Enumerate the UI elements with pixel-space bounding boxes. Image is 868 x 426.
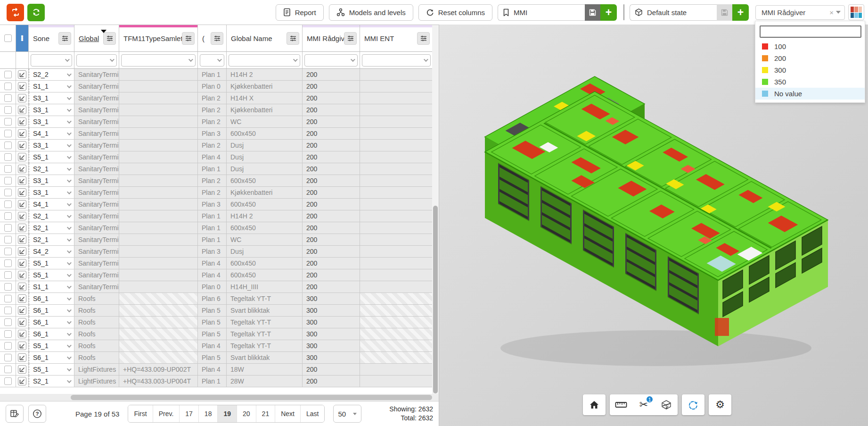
page-button-21[interactable]: 21 [256,405,276,422]
measure-button[interactable] [610,394,632,415]
edit-row-button[interactable] [18,377,26,385]
clip-button[interactable]: ✂ 1 [632,394,655,415]
edit-row-button[interactable] [18,212,26,220]
row-checkbox[interactable] [4,330,12,338]
filter-select[interactable] [76,54,117,67]
sone-dropdown[interactable]: S2_2 [29,69,74,81]
column-filter-button[interactable] [287,32,299,45]
edit-row-button[interactable] [18,259,26,267]
swap-layout-button[interactable] [7,4,24,21]
sone-dropdown[interactable]: S3_1 [29,104,74,116]
edit-row-button[interactable] [18,70,26,79]
row-checkbox[interactable] [4,212,12,220]
filter-select[interactable] [229,54,300,67]
page-button-17[interactable]: 17 [180,405,199,422]
edit-row-button[interactable] [18,117,26,126]
filter-select[interactable] [200,54,224,67]
column-filter-button[interactable] [417,32,430,45]
row-checkbox[interactable] [4,189,12,196]
column-filter-button[interactable] [58,32,71,45]
sone-dropdown[interactable]: S2_1 [29,234,74,246]
row-checkbox[interactable] [4,271,12,279]
sone-dropdown[interactable]: S3_1 [29,187,74,199]
manage-columns-button[interactable] [6,405,24,423]
add-view-button[interactable]: + [600,4,617,21]
row-checkbox[interactable] [4,295,12,302]
row-checkbox[interactable] [4,153,12,161]
row-checkbox[interactable] [4,259,12,267]
page-button-prev[interactable]: Prev. [153,405,180,422]
select-all-checkbox[interactable] [4,34,12,42]
legend-item[interactable]: 350 [755,76,865,88]
page-button-first[interactable]: First [128,405,153,422]
row-checkbox[interactable] [4,118,12,125]
edit-row-button[interactable] [18,306,26,315]
sone-dropdown[interactable]: S6_1 [29,328,74,340]
row-checkbox[interactable] [4,165,12,173]
edit-row-button[interactable] [18,365,26,374]
row-checkbox[interactable] [4,307,12,314]
viewer-settings-button[interactable]: ⚙ [709,394,731,415]
column-filter-button[interactable] [211,32,223,45]
vertical-scrollbar[interactable] [432,25,439,394]
horizontal-scrollbar-thumb[interactable] [71,395,432,400]
models-and-levels-button[interactable]: Models and levels [329,4,413,21]
edit-row-button[interactable] [18,342,26,350]
legend-item[interactable]: No value [755,88,865,100]
legend-search-input[interactable] [760,25,861,38]
color-palette-button[interactable] [848,4,864,20]
page-button-20[interactable]: 20 [237,405,256,422]
edit-row-button[interactable] [18,200,26,209]
sone-dropdown[interactable]: S4_2 [29,246,74,258]
sone-dropdown[interactable]: S2_1 [29,222,74,234]
edit-row-button[interactable] [18,224,26,232]
section-box-button[interactable] [655,394,678,415]
row-checkbox[interactable] [4,71,12,78]
edit-row-button[interactable] [18,141,26,150]
column-filter-button[interactable] [182,32,195,45]
row-checkbox[interactable] [4,200,12,208]
sone-dropdown[interactable]: S4_1 [29,128,74,140]
row-checkbox[interactable] [4,354,12,361]
legend-item[interactable]: 200 [755,52,865,64]
edit-row-button[interactable] [18,165,26,173]
sone-dropdown[interactable]: S4_1 [29,199,74,210]
edit-row-button[interactable] [18,94,26,102]
sone-dropdown[interactable]: S5_1 [29,151,74,163]
sone-dropdown[interactable]: S2_1 [29,376,74,387]
row-checkbox[interactable] [4,130,12,137]
edit-row-button[interactable] [18,283,26,291]
add-state-button[interactable]: + [732,4,749,21]
reset-orientation-button[interactable] [682,394,704,415]
horizontal-scrollbar[interactable] [0,394,439,401]
clear-selection-icon[interactable]: × [827,8,836,17]
vertical-scrollbar-thumb[interactable] [433,206,438,393]
column-filter-button[interactable] [103,32,116,45]
refresh-button[interactable] [27,4,45,21]
sone-dropdown[interactable]: S6_1 [29,352,74,364]
edit-row-button[interactable] [18,247,26,256]
home-view-button[interactable] [583,394,606,415]
page-size-select[interactable]: 50 [333,405,361,423]
row-checkbox[interactable] [4,94,12,102]
legend-item[interactable]: 100 [755,41,865,52]
sone-dropdown[interactable]: S2_1 [29,210,74,222]
row-checkbox[interactable] [4,106,12,114]
row-checkbox[interactable] [4,318,12,326]
page-button-18[interactable]: 18 [199,405,218,422]
edit-row-button[interactable] [18,235,26,244]
sone-dropdown[interactable]: S1_1 [29,281,74,293]
sone-dropdown[interactable]: S1_1 [29,81,74,92]
filter-select[interactable] [31,54,72,67]
row-checkbox[interactable] [4,236,12,243]
row-checkbox[interactable] [4,283,12,291]
drag-handle-icon[interactable]: ••• [21,35,23,41]
sone-dropdown[interactable]: S6_1 [29,317,74,328]
row-checkbox[interactable] [4,177,12,184]
edit-row-button[interactable] [18,176,26,185]
saved-view-select[interactable]: MMI [498,4,585,21]
sone-dropdown[interactable]: S3_1 [29,92,74,104]
sone-dropdown[interactable]: S3_1 [29,140,74,151]
filter-select[interactable] [121,54,196,67]
column-filter-button[interactable] [344,32,357,45]
